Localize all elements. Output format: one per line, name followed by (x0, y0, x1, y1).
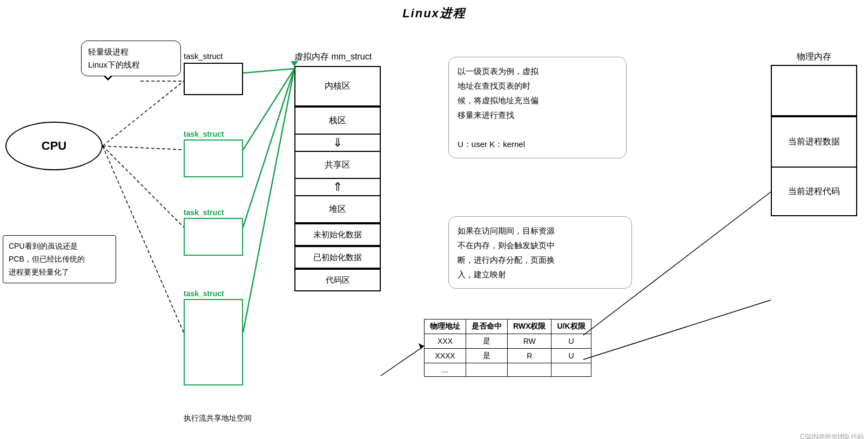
phys-data-section: 当前进程数据 (772, 116, 856, 167)
task-green-box-3 (184, 299, 243, 385)
task-green-group-2: task_struct (184, 208, 243, 256)
svg-line-6 (243, 69, 294, 150)
svg-line-7 (243, 69, 294, 227)
page-table-header-4: U/K权限 (551, 320, 591, 334)
svg-line-2 (103, 146, 184, 227)
info-box-2: 如果在访问期间，目标资源不在内存，则会触发缺页中断，进行内存分配，页面换入，建立… (448, 216, 632, 289)
watermark: CSDN@阿华团队代码 (800, 433, 864, 439)
phys-code-section: 当前进程代码 (772, 167, 856, 215)
phys-column: 物理内存 当前进程数据 当前进程代码 (771, 51, 857, 216)
task-green-label-3: task_struct (184, 289, 243, 298)
page-table-header-1: 物理地址 (425, 320, 466, 334)
task-green-box-2 (184, 218, 243, 256)
speech-bubble: 轻量级进程 Linux下的线程 (81, 41, 181, 76)
page-table: 物理地址 是否命中 RWX权限 U/K权限 XXX 是 RW U XXXX 是 … (424, 319, 591, 377)
cpu-ellipse: CPU (5, 122, 103, 170)
phys-top-empty (772, 66, 856, 116)
speech-line1: 轻量级进程 (88, 47, 129, 56)
vm-arrow-down: ⇓ (294, 135, 381, 151)
svg-line-5 (243, 69, 294, 73)
table-row: XXXX 是 R U (425, 349, 591, 363)
task-green-group-3: task_struct (184, 289, 243, 385)
cpu-note-line1: CPU看到的虽说还是 (9, 242, 78, 250)
svg-line-13 (583, 300, 771, 360)
vm-title: 虚拟内存 mm_struct (294, 51, 386, 63)
task-box-0 (184, 63, 243, 95)
svg-line-1 (103, 146, 184, 150)
table-row: ... (425, 363, 591, 377)
table-row: XXX 是 RW U (425, 334, 591, 349)
main-title: Linux进程 (0, 5, 868, 22)
svg-line-8 (243, 69, 294, 332)
page-table-header-3: RWX权限 (508, 320, 551, 334)
task-struct-label: task_struct (184, 51, 248, 61)
vm-data: 已初始化数据 (294, 246, 381, 269)
vm-column: 虚拟内存 mm_struct 内核区 栈区 ⇓ 共享区 ⇑ 堆区 未初始化数据 … (294, 51, 386, 291)
svg-line-0 (103, 81, 184, 146)
speech-line2: Linux下的线程 (88, 60, 140, 69)
cpu-note-line3: 进程要更轻量化了 (9, 268, 69, 276)
page-table-header-2: 是否命中 (466, 320, 508, 334)
svg-marker-11 (419, 343, 424, 349)
vm-bss: 未初始化数据 (294, 223, 381, 246)
vm-kernel: 内核区 (294, 66, 381, 107)
task-green-group-1: task_struct (184, 130, 243, 177)
exec-label: 执行流共享地址空间 (184, 414, 252, 423)
vm-arrow-up: ⇑ (294, 179, 381, 195)
task-green-label-2: task_struct (184, 208, 243, 217)
phys-title: 物理内存 (771, 51, 857, 63)
vm-heap: 堆区 (294, 195, 381, 223)
phys-box: 当前进程数据 当前进程代码 (771, 65, 857, 216)
vm-shared: 共享区 (294, 151, 381, 179)
task-green-label-1: task_struct (184, 130, 243, 138)
cpu-note-line2: PCB，但已经比传统的 (9, 255, 85, 263)
vm-stack: 栈区 (294, 107, 381, 135)
cpu-note: CPU看到的虽说还是 PCB，但已经比传统的 进程要更轻量化了 (3, 235, 116, 283)
svg-line-10 (381, 346, 424, 376)
vm-code: 代码区 (294, 269, 381, 291)
cpu-label: CPU (42, 139, 66, 153)
task-green-box-1 (184, 139, 243, 177)
task-struct-column: task_struct (184, 51, 248, 95)
info-box-1: 以一级页表为例，虚拟地址在查找页表的时候，将虚拟地址充当偏移量来进行查找U：us… (448, 57, 627, 158)
